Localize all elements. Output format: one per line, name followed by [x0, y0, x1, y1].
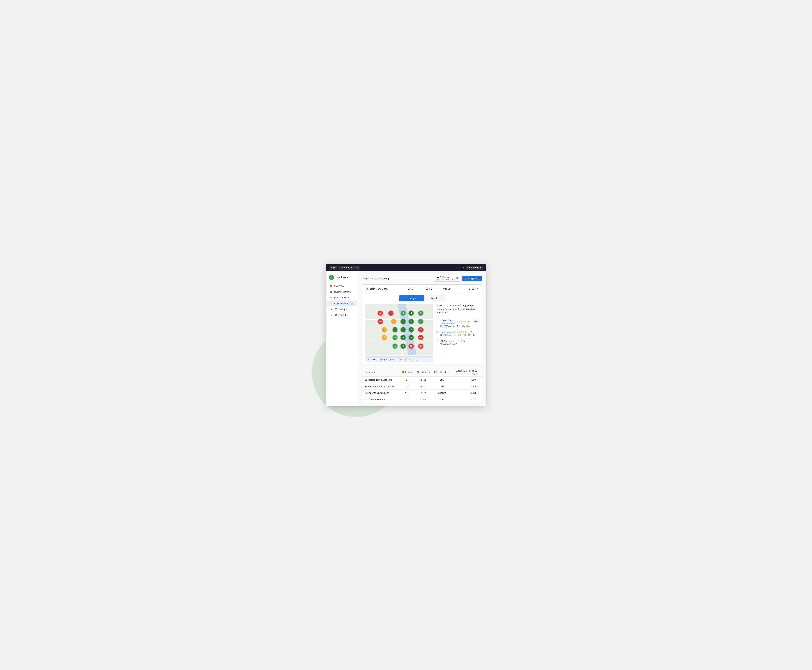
analytics-chart-icon: ▦ — [334, 314, 338, 316]
row-expand-1[interactable]: ⌄ — [477, 385, 479, 388]
table-row[interactable]: Cat Cafe Saskatoon 2 ↑ 1 6 ↑ 2 Low 501 ⌄ — [362, 396, 482, 403]
result-rank-2: 2 — [436, 331, 439, 333]
sort-icon-difficulty: ⇅ — [448, 371, 449, 373]
map-pin[interactable]: 20+ — [377, 319, 383, 324]
row-expand-3[interactable]: ⌄ — [477, 398, 479, 401]
volume-value-1: 389 — [472, 385, 476, 388]
maps-value-2: 2 ↑ 1 — [404, 392, 409, 394]
analytics-icon: ▸ — [330, 314, 333, 316]
main-content: Keyword tracking Last 6 Months Jan 1 202… — [358, 271, 486, 406]
td-difficulty-0: Low — [431, 379, 452, 381]
row-expand-2[interactable]: ⌄ — [477, 391, 479, 394]
search-result-2: 2 Regal cat cafe ★★★★★ (104) 9909 Glendo… — [436, 329, 479, 338]
map-pin[interactable]: 3 — [408, 327, 414, 333]
sidebar-item-overview[interactable]: ▦ Overview — [327, 283, 357, 289]
keyword-card-name: Cat Cafe Saskatoon — [365, 288, 402, 290]
back-icon: ◀ — [330, 266, 332, 269]
keyword-card: Cat Cafe Saskatoon 2 ↑ 1 21 ↑ 2 Medium 1… — [362, 284, 482, 365]
sidebar-item-label: Overview — [334, 284, 344, 287]
map-pin[interactable]: 5 — [418, 310, 424, 316]
sidebar-item-analytics[interactable]: ▸ ▦ Analytics — [327, 312, 357, 318]
app-wrapper: ◀ 🏠 Company name ▾ ⋯ ⚙ Your name ▾ — [326, 264, 486, 406]
map-pin[interactable]: 4 — [408, 310, 414, 316]
chevron-down-icon: ▾ — [357, 266, 359, 269]
settings-icon-button[interactable]: ⚙ — [462, 266, 464, 269]
th-keyword[interactable]: Keyword ⇅ — [365, 371, 399, 373]
nav-left: ◀ 🏠 Company name ▾ — [329, 266, 360, 270]
table-row[interactable]: Where to adopt a cat Saskat.. 1 ↑ 1 2 ↑ … — [362, 383, 482, 390]
sidebar-item-business-profile[interactable]: ▦ Business Profile — [327, 289, 357, 294]
map-pin[interactable]: 20+ — [377, 310, 383, 316]
map-visual[interactable]: 20+ 20+ 5 4 5 20+ 5 2 2 — [365, 304, 433, 355]
th-maps[interactable]: Maps ⇅ — [399, 371, 415, 373]
map-pins: 20+ 20+ 5 4 5 20+ 5 2 2 — [365, 304, 433, 355]
keyword-card-difficulty: Medium — [438, 288, 456, 290]
result-stars-1: ★★★★★ — [457, 320, 466, 323]
td-volume-3: 501 ⌄ — [452, 398, 479, 401]
sort-icon-organic: ⇅ — [428, 371, 430, 373]
sidebar-item-recent-activity[interactable]: ↺ Recent activity — [327, 295, 357, 300]
result-reviews-2: (104) — [468, 331, 473, 333]
organic-value-0: 1 ↑ 2 — [421, 379, 426, 381]
map-info-panel: This is your ranking on Google Maps when… — [436, 304, 479, 362]
map-pin[interactable]: 2 — [408, 319, 414, 324]
td-keyword-2: Cat adoption Saskatoon — [365, 392, 399, 394]
table-row[interactable]: Saskatoon kitten adoptions 1 - 1 ↑ 2 Low… — [362, 377, 482, 383]
sidebar-item-keyword-tracking[interactable]: ↗ Keyword Tracking — [327, 301, 357, 306]
result-address-2: 9909 Glendon Dr Unit 2 • (519) 342-4857 — [436, 334, 479, 336]
result-name-2[interactable]: Regal cat cafe — [441, 331, 455, 333]
map-pin[interactable]: 5 — [391, 319, 397, 324]
map-pin[interactable]: 4 — [392, 327, 398, 333]
map-pin[interactable]: 5 — [418, 319, 424, 324]
back-button[interactable]: ◀ 🏠 — [329, 266, 337, 269]
app-body: 📍 Local SEO ▦ Overview ▦ Business Profil… — [326, 271, 486, 406]
map-pin[interactable]: 4 — [408, 335, 414, 340]
result-name-1[interactable]: The Purrfect Cup Cat Cafe — [441, 319, 455, 324]
tab-graph[interactable]: Graph — [424, 295, 445, 301]
th-volume[interactable]: Search volume (last 30 days) ⇅ — [452, 370, 479, 375]
th-organic[interactable]: Organic ⇅ — [415, 371, 431, 373]
tab-local-grid[interactable]: Local grid — [399, 295, 424, 301]
keyword-card-header: Cat Cafe Saskatoon 2 ↑ 1 21 ↑ 2 Medium 1… — [362, 284, 482, 293]
th-maps-label: Maps — [405, 371, 410, 373]
date-range-picker[interactable]: Last 6 Months Jan 1 2023 - Jun 1 2023 📅 — [433, 275, 460, 282]
chevron-down-icon: ▾ — [480, 266, 481, 269]
result-name-3[interactable]: SPCA — [441, 340, 447, 342]
volume-value-3: 501 — [472, 398, 476, 401]
grid-icon-button[interactable]: ⋯ — [457, 266, 459, 269]
map-pin[interactable]: 20+ — [388, 310, 394, 316]
overview-icon: ▦ — [330, 284, 333, 287]
row-expand-0[interactable]: ⌄ — [477, 378, 479, 381]
collapse-icon[interactable]: ∧ — [477, 287, 479, 291]
map-pin[interactable]: 3 — [400, 335, 406, 340]
map-pin[interactable]: 14 — [381, 327, 387, 333]
map-pin[interactable]: 1 — [400, 327, 406, 333]
company-dropdown[interactable]: Company name ▾ — [338, 266, 360, 270]
map-pin[interactable]: 20+ — [418, 327, 424, 333]
map-pin[interactable]: 20+ — [418, 343, 424, 349]
sidebar-item-listings[interactable]: ▸ 📍 Listings — [327, 306, 357, 312]
result-empty-stars-3: ★★ — [455, 340, 459, 342]
th-difficulty[interactable]: Rank difficulty ⇅ — [431, 371, 452, 373]
business-profile-icon: ▦ — [330, 290, 333, 293]
map-pin[interactable]: 20+ — [418, 335, 424, 340]
user-menu-button[interactable]: Your name ▾ — [466, 266, 483, 270]
map-hint: 🔍 Click hotspots to see results change b… — [365, 357, 433, 362]
map-pin[interactable]: 2 — [400, 319, 406, 324]
map-pin[interactable]: 5 — [400, 310, 406, 316]
td-difficulty-3: Low — [431, 398, 452, 401]
map-pin[interactable]: 4 — [400, 343, 406, 349]
table-row[interactable]: Cat adoption Saskatoon 2 ↑ 1 4 ↑ 2 Mediu… — [362, 390, 482, 396]
map-pin[interactable]: 5 — [381, 335, 387, 340]
metric2-arrow: ↑ — [429, 288, 430, 290]
sort-icon-keyword: ⇅ — [374, 371, 375, 373]
table-header: Keyword ⇅ Maps ⇅ Organic ⇅ — [362, 368, 482, 377]
map-pin[interactable]: 20+ — [408, 343, 414, 349]
edit-keywords-button[interactable]: Edit keywords — [462, 276, 482, 281]
sidebar-item-label: Recent activity — [334, 296, 349, 299]
tab-graph-label: Graph — [431, 297, 437, 299]
map-pin[interactable]: 5 — [392, 343, 398, 349]
td-organic-0: 1 ↑ 2 — [415, 379, 431, 381]
result-stars-2: ★★★★★ — [457, 331, 467, 333]
map-pin[interactable]: 5 — [392, 335, 398, 340]
